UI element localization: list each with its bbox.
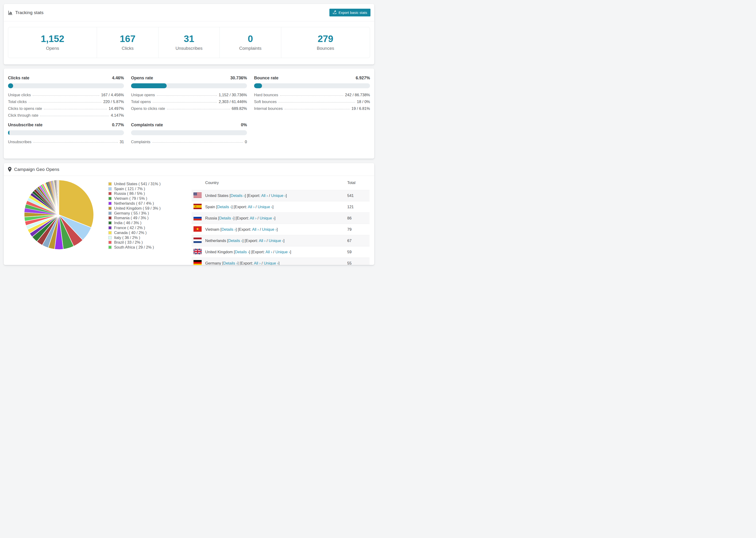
tracking-stats-card: Tracking stats Export basic stats 1,152O… (4, 4, 374, 65)
unsubscribe-rate-rows: Unsubscribes31 (8, 138, 124, 145)
bounce-rate-rows: Hard bounces242 / 86.738%Soft bounces18 … (254, 91, 370, 112)
rate-row-value: 0 (245, 140, 247, 145)
legend-item-vietnam[interactable]: Vietnam ( 79 / 5% ) (108, 196, 161, 201)
legend-item-romania[interactable]: Romania ( 49 / 3% ) (108, 216, 161, 221)
export-all-link-russia[interactable]: All › (250, 216, 256, 220)
clicks-rate-title: Clicks rate (8, 76, 29, 81)
legend-swatch (108, 192, 112, 195)
rate-row-value: 18 / 0% (357, 99, 370, 105)
export-unique-link-spain[interactable]: Unique › (258, 205, 272, 209)
export-basic-stats-button[interactable]: Export basic stats (329, 9, 370, 17)
stat-label: Unsubscribes (175, 46, 202, 51)
opens-rate-panel: Opens rate30.736%Unique opens1,152 / 30.… (131, 76, 247, 118)
unsubscribe-rate-progress-fill (8, 130, 9, 135)
geo-table-header-total: Total (347, 176, 369, 190)
flag-cell-germany (191, 257, 203, 265)
legend-item-canada[interactable]: Canada ( 40 / 2% ) (108, 230, 161, 235)
export-all-link-netherlands[interactable]: All › (259, 239, 265, 243)
country-cell-united-states: United States [Details ›] [Export: All ›… (203, 190, 347, 201)
total-cell-spain: 121 (347, 201, 369, 212)
export-all-link-united-states[interactable]: All › (261, 193, 268, 198)
bounce-rate-panel: Bounce rate6.927%Hard bounces242 / 86.73… (254, 76, 370, 118)
rate-row-internal-bounces: Internal bounces19 / 6.81% (254, 105, 370, 112)
dotted-leader (33, 142, 118, 143)
legend-swatch (108, 226, 112, 230)
rate-row-value: 4.147% (111, 113, 124, 118)
export-all-link-germany[interactable]: All › (254, 261, 260, 265)
export-unique-link-netherlands[interactable]: Unique › (269, 239, 283, 243)
country-cell-united-kingdom: United Kingdom [Details ›] [Export: All … (203, 246, 347, 257)
legend-label: United Kingdom ( 59 / 3% ) (114, 206, 161, 211)
rate-row-total-opens: Total opens2,303 / 61.446% (131, 98, 247, 105)
complaints-rate-progress-bar (131, 130, 247, 135)
legend-item-united-kingdom[interactable]: United Kingdom ( 59 / 3% ) (108, 206, 161, 211)
legend-item-netherlands[interactable]: Netherlands ( 67 / 4% ) (108, 201, 161, 206)
dotted-leader (279, 102, 355, 103)
opens-rate-rows: Unique opens1,152 / 30.736%Total opens2,… (131, 91, 247, 112)
unsubscribe-rate-head: Unsubscribe rate0.77% (8, 123, 124, 128)
vietnam-flag-icon (193, 226, 202, 232)
rate-row-unique-opens: Unique opens1,152 / 30.736% (131, 91, 247, 98)
unsubscribe-rate-title: Unsubscribe rate (8, 123, 42, 128)
legend-item-brazil[interactable]: Brazil ( 33 / 2% ) (108, 240, 161, 245)
geo-table-header-country: Country (203, 176, 347, 190)
legend-item-germany[interactable]: Germany ( 55 / 3% ) (108, 211, 161, 216)
bounce-rate-progress-fill (254, 83, 262, 88)
dotted-leader (167, 109, 230, 109)
stat-value: 279 (318, 34, 333, 43)
country-name: United Kingdom (205, 250, 234, 254)
legend-item-india[interactable]: India ( 46 / 3% ) (108, 220, 161, 225)
geo-opens-title-text: Campaign Geo Opens (14, 167, 59, 172)
legend-item-russia[interactable]: Russia ( 86 / 5% ) (108, 191, 161, 196)
legend-swatch (108, 182, 112, 186)
details-link-spain[interactable]: Details › (217, 205, 232, 209)
export-unique-link-russia[interactable]: Unique › (260, 216, 274, 220)
geo-row-spain: Spain [Details ›] [Export: All › / Uniqu… (191, 201, 369, 212)
details-link-united-states[interactable]: Details › (231, 193, 245, 198)
legend-item-united-states[interactable]: United States ( 541 / 31% ) (108, 182, 161, 187)
legend-item-spain[interactable]: Spain ( 121 / 7% ) (108, 187, 161, 191)
rate-row-clicks-to-opens-rate: Clicks to opens rate14.497% (8, 105, 124, 112)
export-all-link-vietnam[interactable]: All › (252, 227, 259, 232)
legend-item-italy[interactable]: Italy ( 36 / 2% ) (108, 235, 161, 240)
legend-item-south-africa[interactable]: South Africa ( 29 / 2% ) (108, 245, 161, 250)
rate-row-value: 14.497% (109, 106, 124, 112)
geo-row-netherlands: Netherlands [Details ›] [Export: All › /… (191, 235, 369, 246)
export-unique-link-germany[interactable]: Unique › (264, 261, 278, 265)
bounce-rate-progress-bar (254, 83, 370, 88)
rate-row-opens-to-clicks-rate: Opens to clicks rate689.82% (131, 105, 247, 112)
tracking-stats-title-text: Tracking stats (15, 10, 43, 15)
details-link-russia[interactable]: Details › (219, 216, 234, 220)
legend-item-france[interactable]: France ( 42 / 2% ) (108, 225, 161, 230)
flag-cell-netherlands (191, 235, 203, 246)
stat-value: 167 (120, 34, 135, 43)
legend-swatch (108, 207, 112, 210)
export-all-link-spain[interactable]: All › (248, 205, 254, 209)
country-name: United States (205, 193, 230, 198)
stat-label: Opens (46, 46, 59, 51)
stats-summary-row: 1,152Opens167Clicks31Unsubscribes0Compla… (8, 27, 370, 58)
legend-swatch (108, 216, 112, 220)
clicks-rate-head: Clicks rate4.46% (8, 76, 124, 81)
rate-row-label: Internal bounces (254, 106, 283, 112)
germany-flag-icon (193, 260, 202, 265)
details-link-netherlands[interactable]: Details › (228, 239, 243, 243)
rate-row-click-through-rate: Click through rate4.147% (8, 112, 124, 118)
legend-swatch (108, 236, 112, 240)
export-unique-link-united-states[interactable]: Unique › (271, 193, 286, 198)
details-link-vietnam[interactable]: Details › (221, 227, 236, 232)
export-unique-link-united-kingdom[interactable]: Unique › (275, 250, 290, 254)
stat-box-unsubscribes: 31Unsubscribes (158, 27, 220, 58)
export-unique-link-vietnam[interactable]: Unique › (262, 227, 277, 232)
details-link-united-kingdom[interactable]: Details › (235, 250, 249, 254)
opens-rate-progress-bar (131, 83, 247, 88)
unsubscribe-rate-progress-bar (8, 130, 124, 135)
total-cell-netherlands: 67 (347, 235, 369, 246)
details-link-germany[interactable]: Details › (223, 261, 238, 265)
rates-grid: Clicks rate4.46%Unique clicks167 / 4.456… (4, 69, 374, 145)
opens-rate-value: 30.736% (230, 76, 247, 81)
export-all-link-united-kingdom[interactable]: All › (266, 250, 272, 254)
legend-label: Netherlands ( 67 / 4% ) (114, 201, 154, 206)
rate-row-label: Click through rate (8, 113, 38, 118)
legend-label: France ( 42 / 2% ) (114, 226, 145, 230)
